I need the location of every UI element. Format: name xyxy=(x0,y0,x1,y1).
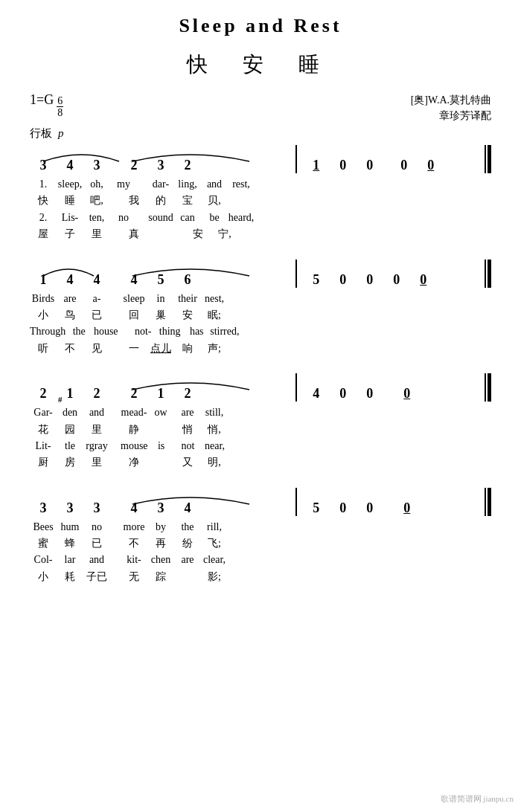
lyrics-s3-l1: Gar-denandmead-owarestill, xyxy=(30,405,491,421)
lyrics-s4-l1: Beeshumnomorebytherill, xyxy=(30,519,491,535)
lyrics-s1-l4: 屋子里真安宁, xyxy=(30,226,491,242)
note: 5 xyxy=(147,272,174,288)
lyrics-s1-l2: 快睡吧,我的宝贝, xyxy=(30,193,491,209)
lyrics-s4-l2: 蜜蜂已不再纷飞; xyxy=(30,535,491,552)
note: 5 xyxy=(303,272,330,288)
note: 0 xyxy=(357,386,383,402)
note: 4 xyxy=(57,272,83,288)
lyrics-s4-l4: 小耗子已无踪影; xyxy=(30,569,491,585)
section-3: 2 #1 2 2 1 2 4 0 0 0 G xyxy=(30,373,491,471)
watermark: 歌谱简谱网 jianpu.cn xyxy=(441,793,514,805)
note: 0 xyxy=(394,500,421,516)
note: 1 xyxy=(303,158,330,173)
note: 2 xyxy=(121,386,147,402)
note: 0 xyxy=(330,272,357,288)
note: 4 xyxy=(57,158,83,173)
note: 5 xyxy=(303,500,330,516)
note: 4 xyxy=(303,386,330,402)
note: 0 xyxy=(357,500,383,516)
note: 6 xyxy=(174,272,201,288)
note: 3 xyxy=(57,500,83,516)
note: 0 xyxy=(357,158,383,173)
note: 0 xyxy=(418,158,444,173)
main-title: Sleep and Rest xyxy=(30,15,491,37)
note: 0 xyxy=(357,272,383,288)
key-time: 1=G 6 8 xyxy=(30,92,63,119)
end-barline xyxy=(485,373,491,402)
note: 0 xyxy=(391,158,418,173)
end-barline xyxy=(485,260,491,288)
note: 3 xyxy=(83,500,110,516)
note: 0 xyxy=(394,386,421,402)
chinese-title: 快 安 睡 xyxy=(30,51,491,79)
composer: [奥]W.A.莫扎特曲 章珍芳译配 xyxy=(411,92,491,123)
lyrics-s1-l3: 2.Lis-ten,nosoundcanbeheard, xyxy=(30,210,491,226)
note: 4 xyxy=(121,272,147,288)
note: 0 xyxy=(410,272,437,288)
dynamic-label: p xyxy=(58,127,64,140)
note: 2 xyxy=(121,158,147,173)
section-4: 3 3 3 4 3 4 5 0 0 0 Beeshumnomorebytheri… xyxy=(30,488,491,586)
lyrics-s3-l2: 花园里静悄悄, xyxy=(30,422,491,438)
lyrics-s3-l4: 厨房里净又明, xyxy=(30,454,491,471)
tempo-dynamic: 行板 p xyxy=(30,126,491,141)
note: 2 xyxy=(174,386,201,402)
note: 3 xyxy=(83,158,110,173)
tempo-label: 行板 xyxy=(30,126,52,141)
lyrics-s1-l1: 1.sleep,oh,mydar-ling,andrest, xyxy=(30,176,491,193)
lyrics-s2-l3: Throughthehousenot-thinghasstirred, xyxy=(30,323,491,340)
note: 0 xyxy=(330,386,357,402)
lyrics-s4-l3: Col-larandkit-chenareclear, xyxy=(30,552,491,568)
note: 4 xyxy=(83,272,110,288)
key-label: 1=G xyxy=(30,92,54,108)
note: 0 xyxy=(330,158,357,173)
lyrics-s2-l4: 听不见一点儿响声; xyxy=(30,341,491,357)
note: 1 xyxy=(30,272,57,288)
lyrics-s3-l3: Lit-tlergraymouseisnotnear, xyxy=(30,438,491,454)
note: 0 xyxy=(383,272,410,288)
note: 4 xyxy=(174,500,201,516)
note: 3 xyxy=(30,158,57,173)
note: 1 xyxy=(147,386,174,402)
note: 3 xyxy=(147,158,174,173)
note: 3 xyxy=(147,500,174,516)
note: 0 xyxy=(330,500,357,516)
note: 3 xyxy=(30,500,57,516)
note: 2 xyxy=(30,386,57,402)
time-den: 8 xyxy=(57,107,63,118)
end-barline xyxy=(485,145,491,173)
section-1: 3 4 3 2 3 2 1 0 0 0 0 1.sl xyxy=(30,145,491,243)
time-num: 6 xyxy=(57,95,63,107)
note: 2 xyxy=(83,386,110,402)
lyrics-s2-l2: 小鸟已回巢安眠; xyxy=(30,307,491,323)
lyrics-s2-l1: Birdsarea-sleepintheirnest, xyxy=(30,291,491,307)
note: 4 xyxy=(121,500,147,516)
note: 2 xyxy=(174,158,201,173)
section-2: 1 4 4 4 5 6 5 0 0 0 0 Birdsarea-sleepint… xyxy=(30,260,491,358)
end-barline xyxy=(485,488,491,516)
